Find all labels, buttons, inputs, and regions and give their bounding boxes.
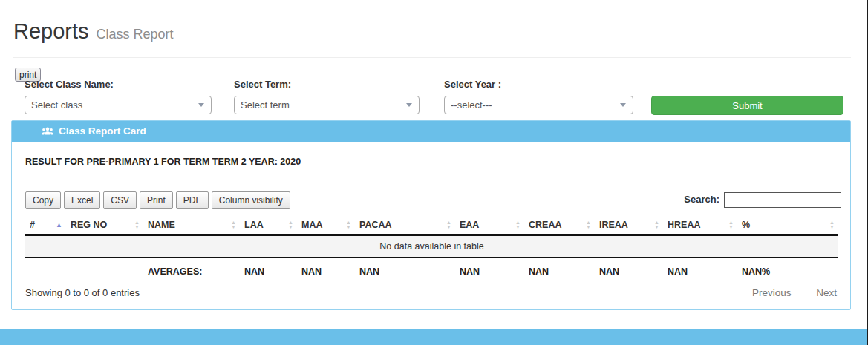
- search-label: Search:: [684, 194, 719, 205]
- column-header-maa[interactable]: MAA▲▼: [297, 215, 355, 235]
- class-report-card-panel: Class Report Card RESULT FOR PRE-PRIMARY…: [11, 120, 851, 310]
- column-label: REG NO: [71, 220, 107, 230]
- year-select-value: --select---: [451, 99, 492, 111]
- column-header-ireaa[interactable]: IREAA▲▼: [595, 215, 663, 235]
- next-page-button[interactable]: Next: [816, 287, 837, 298]
- table-footer-row: AVERAGES:NANNANNANNANNANNANNANNAN%: [25, 257, 838, 284]
- column-header-col0[interactable]: #▲: [25, 215, 66, 235]
- pagination: Previous Next: [730, 287, 837, 298]
- column-label: MAA: [301, 220, 322, 230]
- class-select-value: Select class: [31, 99, 82, 111]
- class-report-page: ReportsClass Report print Select Class N…: [0, 0, 868, 345]
- footer-cell-3: NAN: [240, 257, 297, 284]
- footer-cell-9: NAN: [663, 257, 737, 284]
- column-label: LAA: [244, 220, 264, 230]
- class-select-label: Select Class Name:: [25, 79, 114, 90]
- sort-icon: ▲▼: [346, 220, 351, 229]
- previous-page-button[interactable]: Previous: [752, 287, 792, 298]
- sort-icon: ▲▼: [515, 220, 521, 229]
- footer-cell-6: NAN: [455, 257, 524, 284]
- footer-cell-0: [25, 257, 66, 284]
- column-label: #: [30, 220, 35, 230]
- search-control: Search:: [684, 192, 841, 208]
- footer-cell-2: AVERAGES:: [143, 257, 240, 284]
- copy-button[interactable]: Copy: [25, 191, 61, 209]
- column-header-reg-no[interactable]: REG NO▲▼: [66, 215, 143, 235]
- chevron-down-icon: [198, 103, 204, 107]
- column-header-name[interactable]: NAME▲▼: [143, 215, 240, 235]
- page-subtitle: Class Report: [97, 27, 174, 42]
- print-button[interactable]: Print: [140, 191, 173, 209]
- empty-message: No data available in table: [25, 235, 838, 257]
- footer-cell-8: NAN: [595, 257, 663, 284]
- sort-icon: ▲: [56, 222, 62, 229]
- search-input[interactable]: [724, 192, 841, 208]
- footer-cell-5: NAN: [355, 257, 455, 284]
- column-header-pacaa[interactable]: PACAA▲▼: [355, 215, 455, 235]
- submit-button[interactable]: Submit: [651, 96, 843, 115]
- column-label: NAME: [148, 220, 175, 230]
- users-icon: [42, 122, 53, 143]
- table-empty-row: No data available in table: [25, 235, 838, 257]
- column-label: IREAA: [599, 220, 628, 230]
- table-info: Showing 0 to 0 of 0 entries: [25, 287, 140, 298]
- year-select[interactable]: --select---: [444, 96, 633, 114]
- panel-heading-label: Class Report Card: [59, 125, 146, 137]
- footer-cell-4: NAN: [297, 257, 355, 284]
- chevron-down-icon: [406, 103, 412, 107]
- page-header: ReportsClass Report: [13, 19, 174, 44]
- page-title: Reports: [13, 19, 89, 43]
- datatable-buttons: CopyExcelCSVPrintPDFColumn visibility: [25, 191, 293, 209]
- year-select-label: Select Year :: [444, 79, 501, 90]
- chevron-down-icon: [620, 103, 626, 107]
- term-select[interactable]: Select term: [234, 96, 420, 114]
- column-label: %: [742, 220, 750, 230]
- bottom-accent-bar: [0, 329, 867, 345]
- column-label: PACAA: [359, 220, 392, 230]
- sort-icon: ▲▼: [586, 220, 591, 229]
- footer-cell-7: NAN: [524, 257, 595, 284]
- sort-icon: ▲▼: [288, 220, 293, 229]
- column-visibility-button[interactable]: Column visibility: [212, 191, 290, 209]
- term-select-label: Select Term:: [234, 79, 291, 90]
- column-header-creaa[interactable]: CREAA▲▼: [524, 215, 595, 235]
- sort-icon: ▲▼: [728, 220, 734, 229]
- header-divider: [13, 57, 851, 58]
- table-header-row: #▲REG NO▲▼NAME▲▼LAA▲▼MAA▲▼PACAA▲▼EAA▲▼CR…: [25, 215, 838, 235]
- sort-icon: ▲▼: [231, 220, 236, 229]
- column-header-col10[interactable]: %▲▼: [737, 215, 838, 235]
- csv-button[interactable]: CSV: [103, 191, 137, 209]
- pdf-button[interactable]: PDF: [176, 191, 209, 209]
- column-label: CREAA: [529, 220, 561, 230]
- report-table: #▲REG NO▲▼NAME▲▼LAA▲▼MAA▲▼PACAA▲▼EAA▲▼CR…: [25, 215, 838, 284]
- sort-icon: ▲▼: [829, 220, 835, 229]
- excel-button[interactable]: Excel: [64, 191, 100, 209]
- column-header-laa[interactable]: LAA▲▼: [240, 215, 297, 235]
- footer-cell-1: [66, 257, 143, 284]
- column-label: HREAA: [668, 220, 700, 230]
- column-header-eaa[interactable]: EAA▲▼: [455, 215, 524, 235]
- class-select[interactable]: Select class: [25, 96, 212, 114]
- sort-icon: ▲▼: [654, 220, 659, 229]
- sort-icon: ▲▼: [134, 220, 140, 229]
- footer-cell-10: NAN%: [737, 257, 838, 284]
- column-header-hreaa[interactable]: HREAA▲▼: [663, 215, 737, 235]
- column-label: EAA: [460, 220, 479, 230]
- result-title: RESULT FOR PRE-PRIMARY 1 FOR TERM TERM 2…: [25, 157, 301, 167]
- sort-icon: ▲▼: [446, 220, 451, 229]
- panel-heading: Class Report Card: [12, 121, 850, 142]
- term-select-value: Select term: [241, 99, 290, 111]
